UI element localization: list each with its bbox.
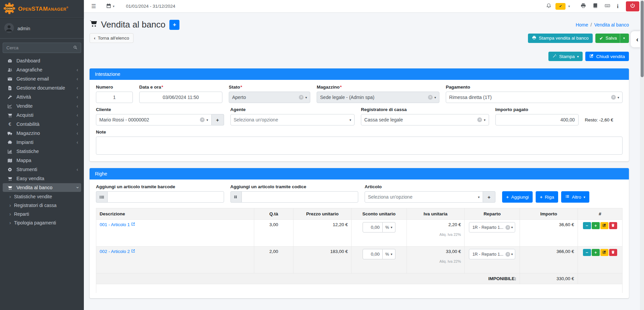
pagamento-select[interactable]: Rimessa diretta (1T) × ▾	[446, 92, 623, 103]
importo-pagato-input[interactable]	[495, 114, 579, 125]
barcode-input[interactable]	[107, 191, 224, 203]
info-button[interactable]: i	[614, 2, 621, 11]
numero-input[interactable]	[96, 92, 133, 103]
agente-select[interactable]: Seleziona un'opzione ▾	[230, 114, 355, 125]
decrease-qty-button[interactable]: −	[583, 222, 591, 229]
sidebar-item-gestione-documentale[interactable]: Gestione documentale ‹	[3, 84, 81, 92]
save-button[interactable]: ✔ Salva ▾	[595, 34, 629, 43]
breadcrumb-home-link[interactable]: Home	[576, 22, 588, 28]
sconto-type-select[interactable]: %▾	[383, 222, 395, 232]
articolo-link[interactable]: 002 - Articolo 2	[100, 249, 135, 254]
sidebar-item-easy-vendita[interactable]: Easy vendita	[3, 174, 81, 183]
caret-down-icon[interactable]: ▾	[568, 4, 570, 8]
articolo-link[interactable]: 001 - Articolo 1	[100, 222, 135, 227]
user-panel[interactable]: admin	[0, 18, 84, 39]
page-scrollbar[interactable]	[640, 0, 644, 310]
imponibile-value: 330,00 €	[520, 273, 578, 284]
sidebar-item-vendita-al-banco[interactable]: Vendita al banco ‹	[3, 183, 81, 192]
brand[interactable]: OSM OpenSTAManager®	[0, 0, 84, 18]
clear-icon[interactable]: ×	[299, 95, 304, 100]
sidebar-item-acquisti[interactable]: Acquisti ‹	[3, 111, 81, 119]
search-button[interactable]	[70, 43, 81, 53]
add-cliente-button[interactable]: +	[212, 114, 224, 125]
edit-row-button[interactable]	[600, 249, 608, 256]
magazzino-select[interactable]: Sede legale - (Admin spa) × ▾	[317, 92, 439, 103]
clear-icon[interactable]: ×	[428, 95, 433, 100]
caret-down-icon: ▾	[113, 4, 114, 8]
imponibile-label: IMPONIBILE:	[96, 273, 520, 284]
edit-row-button[interactable]	[600, 222, 608, 229]
printer-icon	[581, 3, 586, 10]
increase-qty-button[interactable]: +	[592, 222, 600, 229]
avatar	[4, 23, 14, 34]
clear-icon[interactable]: ×	[505, 225, 510, 230]
iva-value: 33,00 €	[410, 249, 461, 254]
check-icon: ✔	[559, 4, 562, 8]
codice-input[interactable]	[241, 191, 358, 203]
sconto-input[interactable]	[363, 222, 383, 232]
docs-button[interactable]	[590, 2, 601, 11]
new-record-button[interactable]: +	[169, 20, 179, 30]
aggiungi-button[interactable]: + Aggiungi	[502, 191, 533, 203]
sconto-input[interactable]	[363, 249, 383, 259]
increase-qty-button[interactable]: +	[592, 249, 600, 256]
notifications-button[interactable]	[543, 2, 554, 11]
keyboard-shortcuts-button[interactable]	[602, 2, 613, 11]
print-dropdown-button[interactable]: Stampa ▾	[548, 52, 583, 61]
logout-button[interactable]	[626, 1, 639, 11]
caret-down-icon: ▾	[434, 96, 436, 99]
sidebar-subitem-tipologia-pagamenti[interactable]: › Tipologia pagamenti	[0, 218, 84, 227]
caret-down-icon[interactable]: ▾	[623, 36, 625, 40]
date-range[interactable]: 01/01/2024 - 31/12/2024	[126, 4, 175, 9]
add-articolo-button[interactable]: +	[483, 191, 495, 203]
hamburger-menu-button[interactable]: ☰	[89, 2, 99, 11]
scrollbar-thumb[interactable]	[641, 1, 644, 77]
sidebar-item-anagrafiche[interactable]: Anagrafiche ‹	[3, 65, 81, 74]
sidebar-item-statistiche[interactable]: Statistiche	[3, 147, 81, 156]
close-sale-button[interactable]: Chiudi vendita	[585, 52, 629, 61]
hamburger-icon: ☰	[91, 3, 96, 9]
sidebar-item-magazzino[interactable]: Magazzino ‹	[3, 129, 81, 138]
sidebar-item-strumenti[interactable]: Strumenti ‹	[3, 165, 81, 174]
cart-icon	[90, 19, 98, 30]
sidebar-item-attivita[interactable]: Attività ‹	[3, 93, 81, 101]
sconto-type-select[interactable]: %▾	[383, 249, 395, 259]
sidebar-item-gestione-email[interactable]: Gestione email ‹	[3, 74, 81, 83]
articolo-select[interactable]: Seleziona un'opzione ▾	[365, 191, 483, 203]
cliente-select[interactable]: Mario Rossi - 00000002 × ▾	[96, 114, 212, 125]
decrease-qty-button[interactable]: −	[583, 249, 591, 256]
altro-button[interactable]: Altro ▾	[561, 191, 589, 203]
back-to-list-button[interactable]: ‹ Torna all'elenco	[90, 33, 133, 43]
calendar-button[interactable]: ▾	[103, 2, 118, 11]
clear-icon[interactable]: ×	[611, 95, 616, 100]
intestazione-card-header: Intestazione	[90, 68, 629, 80]
registratore-select[interactable]: Cassa sede legale × ▾	[361, 114, 489, 125]
reparto-select[interactable]: 1R - Reparto 1... × ▾	[469, 249, 515, 259]
clear-icon[interactable]: ×	[200, 117, 205, 122]
data-ora-input[interactable]	[139, 92, 222, 103]
print-sale-button[interactable]: Stampa vendita al banco	[528, 34, 593, 43]
clear-icon[interactable]: ×	[477, 117, 482, 122]
clear-icon[interactable]: ×	[505, 252, 510, 257]
breadcrumb-current-link[interactable]: Vendita al banco	[594, 22, 629, 28]
search-input[interactable]	[3, 43, 70, 53]
delete-row-button[interactable]	[609, 249, 617, 256]
sidebar-subitem-registratori-di-cassa[interactable]: › Registratori di cassa	[0, 201, 84, 210]
sidebar-item-impianti[interactable]: Impianti ‹	[3, 138, 81, 147]
sidebar-item-mappa[interactable]: Mappa	[3, 156, 81, 165]
delete-row-button[interactable]	[609, 222, 617, 229]
caret-down-icon: ▾	[478, 195, 480, 199]
sconto-group: %▾	[363, 222, 395, 232]
plus-icon: +	[540, 195, 542, 200]
sidebar-item-contabilita[interactable]: € Contabilità ‹	[3, 120, 81, 128]
status-check-badge[interactable]: ✔	[555, 3, 566, 10]
reparto-select[interactable]: 1R - Reparto 1... × ▾	[469, 222, 515, 232]
stato-select[interactable]: Aperto × ▾	[229, 92, 310, 103]
riga-button[interactable]: + Riga	[536, 191, 558, 203]
print-button[interactable]	[578, 2, 589, 11]
sidebar-subitem-statistiche-vendite[interactable]: › Statistiche vendite	[0, 192, 84, 201]
sidebar-subitem-reparti[interactable]: › Reparti	[0, 210, 84, 218]
note-textarea[interactable]	[96, 137, 623, 155]
sidebar-item-vendite[interactable]: Vendite ‹	[3, 102, 81, 110]
sidebar-item-dashboard[interactable]: Dashboard	[3, 56, 81, 65]
